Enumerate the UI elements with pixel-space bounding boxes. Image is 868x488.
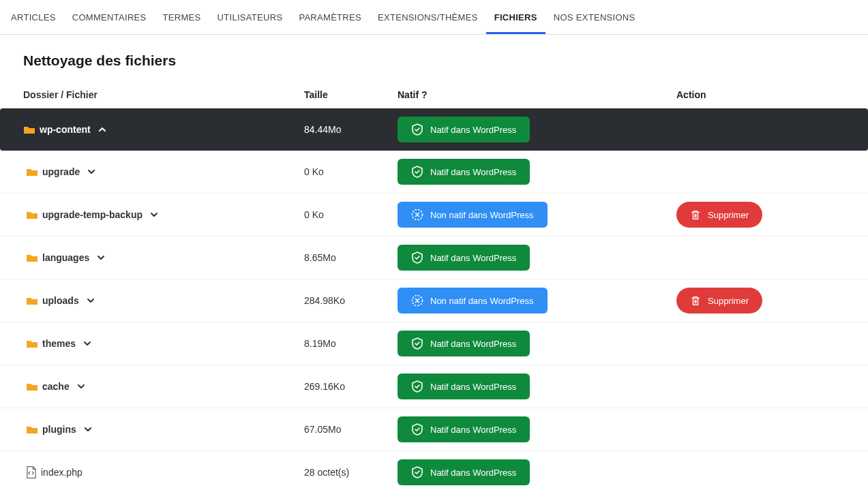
circle-x-icon xyxy=(411,209,423,221)
folder-icon xyxy=(26,253,38,262)
row-size: 8.65Mo xyxy=(304,252,398,263)
native-badge: Natif dans WordPress xyxy=(398,416,530,442)
row-size: 284.98Ko xyxy=(304,295,398,306)
row-action: Supprimer xyxy=(676,202,864,228)
row-name: themes xyxy=(42,338,76,349)
row-native: Non natif dans WordPress xyxy=(398,288,676,314)
delete-button[interactable]: Supprimer xyxy=(676,202,762,228)
table-row: upgrade-temp-backup0 KoNon natif dans Wo… xyxy=(0,194,868,237)
row-name: languages xyxy=(42,252,89,263)
folder-icon xyxy=(26,339,38,348)
badge-label: Natif dans WordPress xyxy=(430,339,516,349)
row-native: Non natif dans WordPress xyxy=(398,202,676,228)
row-size: 84.44Mo xyxy=(304,124,398,135)
chevron-down-icon xyxy=(87,167,96,177)
folder-row-toggle[interactable]: uploads xyxy=(23,295,304,306)
badge-label: Natif dans WordPress xyxy=(430,425,516,435)
page-title: Nettoyage des fichiers xyxy=(23,52,864,69)
native-badge: Natif dans WordPress xyxy=(398,159,530,185)
chevron-down-icon xyxy=(83,425,93,434)
row-name: cache xyxy=(42,381,70,392)
badge-label: Natif dans WordPress xyxy=(430,167,516,177)
not-native-badge: Non natif dans WordPress xyxy=(398,288,548,314)
tab-extensions-th-mes[interactable]: EXTENSIONS/THÈMES xyxy=(370,3,486,34)
row-native: Natif dans WordPress xyxy=(398,331,676,356)
badge-label: Natif dans WordPress xyxy=(430,253,516,263)
delete-button[interactable]: Supprimer xyxy=(676,288,762,314)
col-header-name: Dossier / Fichier xyxy=(23,89,304,100)
folder-icon xyxy=(26,425,38,434)
row-name: upgrade-temp-backup xyxy=(42,209,143,220)
row-name: index.php xyxy=(41,467,83,478)
folder-row-toggle[interactable]: themes xyxy=(23,338,304,349)
row-native: Natif dans WordPress xyxy=(398,416,676,442)
chevron-down-icon xyxy=(86,296,95,305)
chevron-down-icon xyxy=(76,382,86,391)
native-badge: Natif dans WordPress xyxy=(398,245,530,271)
table-header: Dossier / Fichier Taille Natif ? Action xyxy=(0,82,868,108)
tab-articles[interactable]: ARTICLES xyxy=(3,3,64,34)
row-native: Natif dans WordPress xyxy=(398,459,676,485)
row-native: Natif dans WordPress xyxy=(398,159,676,185)
table-row: index.php28 octet(s)Natif dans WordPress xyxy=(0,451,868,488)
badge-label: Natif dans WordPress xyxy=(430,382,516,392)
tabs-bar: ARTICLESCOMMENTAIRESTERMESUTILISATEURSPA… xyxy=(0,3,868,35)
file-code-icon xyxy=(26,466,37,479)
table-row: wp-content84.44MoNatif dans WordPress xyxy=(0,108,868,151)
row-size: 67.05Mo xyxy=(304,424,398,435)
shield-check-icon xyxy=(411,423,423,436)
row-native: Natif dans WordPress xyxy=(398,117,676,142)
folder-row-toggle[interactable]: upgrade xyxy=(23,166,304,177)
native-badge: Natif dans WordPress xyxy=(398,117,530,142)
trash-icon xyxy=(690,294,701,307)
chevron-down-icon xyxy=(83,339,92,348)
row-name: upgrade xyxy=(42,166,80,177)
tab-param-tres[interactable]: PARAMÈTRES xyxy=(290,3,370,34)
table-row: themes8.19MoNatif dans WordPress xyxy=(0,322,868,365)
table-body: wp-content84.44MoNatif dans WordPressupg… xyxy=(0,108,868,488)
folder-icon xyxy=(26,210,38,219)
shield-check-icon xyxy=(411,166,423,178)
folder-icon xyxy=(23,125,35,134)
shield-check-icon xyxy=(411,123,423,136)
folder-row-toggle[interactable]: cache xyxy=(23,381,304,392)
table-row: cache269.16KoNatif dans WordPress xyxy=(0,365,868,408)
tab-nos-extensions[interactable]: NOS EXTENSIONS xyxy=(545,3,644,34)
delete-label: Supprimer xyxy=(708,296,749,306)
native-badge: Natif dans WordPress xyxy=(398,373,530,399)
badge-label: Natif dans WordPress xyxy=(430,468,516,478)
tab-commentaires[interactable]: COMMENTAIRES xyxy=(64,3,155,34)
row-size: 0 Ko xyxy=(304,166,398,177)
native-badge: Natif dans WordPress xyxy=(398,459,530,485)
chevron-down-icon xyxy=(96,253,106,262)
row-native: Natif dans WordPress xyxy=(398,373,676,399)
row-name: wp-content xyxy=(40,124,91,135)
shield-check-icon xyxy=(411,380,423,393)
badge-label: Natif dans WordPress xyxy=(430,125,516,135)
shield-check-icon xyxy=(411,337,423,350)
folder-icon xyxy=(26,382,38,391)
folder-row-toggle[interactable]: wp-content xyxy=(23,124,304,135)
badge-label: Non natif dans WordPress xyxy=(430,296,534,306)
shield-check-icon xyxy=(411,466,423,478)
folder-row-toggle[interactable]: plugins xyxy=(23,424,304,435)
col-header-size: Taille xyxy=(304,89,398,100)
tab-termes[interactable]: TERMES xyxy=(155,3,209,34)
row-size: 0 Ko xyxy=(304,209,398,220)
tab-fichiers[interactable]: FICHIERS xyxy=(486,3,545,34)
table-row: upgrade0 KoNatif dans WordPress xyxy=(0,151,868,194)
row-name: uploads xyxy=(42,295,79,306)
row-size: 269.16Ko xyxy=(304,381,398,392)
not-native-badge: Non natif dans WordPress xyxy=(398,202,548,228)
row-size: 8.19Mo xyxy=(304,338,398,349)
native-badge: Natif dans WordPress xyxy=(398,331,530,356)
tab-utilisateurs[interactable]: UTILISATEURS xyxy=(209,3,291,34)
col-header-native: Natif ? xyxy=(398,89,676,100)
folder-icon xyxy=(26,167,38,177)
badge-label: Non natif dans WordPress xyxy=(430,210,534,220)
col-header-action: Action xyxy=(676,89,864,100)
chevron-up-icon xyxy=(98,125,107,134)
folder-row-toggle[interactable]: languages xyxy=(23,252,304,263)
folder-row-toggle[interactable]: upgrade-temp-backup xyxy=(23,209,304,220)
row-native: Natif dans WordPress xyxy=(398,245,676,271)
